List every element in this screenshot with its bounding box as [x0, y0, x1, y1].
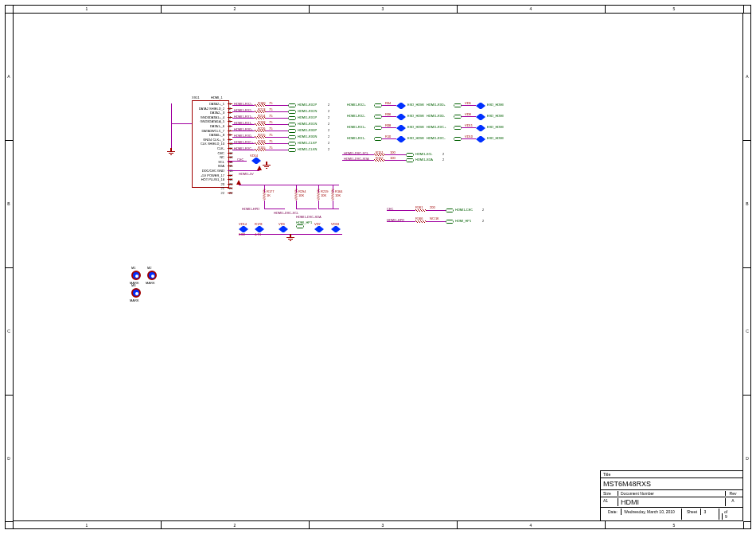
- net-label: HDMI1-DSC-SCL: [274, 211, 298, 215]
- port-label: HDMI1-RX0P: [298, 128, 317, 132]
- esd-label: ESD_HDMI: [487, 136, 504, 140]
- esd-label: ESD_HDMI: [407, 103, 424, 107]
- tb-size: A1: [603, 498, 618, 506]
- port-page: 2: [442, 158, 444, 162]
- res-val: 10K: [321, 193, 326, 197]
- mh-ref: M1: [131, 266, 136, 270]
- tvs-icon: [396, 114, 406, 120]
- offpage-port-icon: [288, 135, 296, 139]
- res-val: 10K: [298, 193, 304, 197]
- pin-name: CLK SHIELD_10: [201, 142, 224, 146]
- esd-label: ESD_HDMI: [487, 103, 504, 107]
- tvs-icon: [279, 226, 288, 232]
- tb-docnum-label: Document Number: [618, 491, 725, 496]
- pin-name: NC: [220, 155, 224, 159]
- tb-sheet: 3: [700, 509, 708, 515]
- port-label: HDMI1-RX2-: [347, 114, 365, 118]
- schematic-sheet: 1122334455AABBCCDD XS11 HDMI_1 DATA2+_11…: [0, 0, 756, 534]
- tvs-icon: [255, 226, 264, 232]
- pin-name: 22: [221, 191, 224, 195]
- port-label: HDMI1-CLKN: [298, 147, 317, 151]
- offpage-port-icon: [296, 224, 304, 228]
- tb-size-label: Size: [603, 491, 618, 496]
- pin-name: 20: [221, 182, 224, 186]
- port-label: HDMI1-RXC+: [427, 125, 446, 129]
- tvs-icon: [476, 114, 485, 120]
- ground-icon: [286, 234, 294, 240]
- pwr-net: HDMI1-5V: [239, 172, 254, 176]
- offpage-port-icon: [288, 142, 296, 146]
- tvs-ref: VD6: [465, 101, 471, 105]
- port-label: HDMI1-RX2P: [298, 103, 317, 107]
- net-label: HDMI1-HPD: [387, 218, 404, 222]
- net-label: HDMI1-DSC-SDA: [296, 215, 321, 219]
- tb-date-label: Date:: [606, 509, 620, 515]
- pin-name: +5V POWER_17: [201, 173, 224, 177]
- port-page: 2: [482, 208, 484, 212]
- tvs-icon: [331, 226, 341, 232]
- offpage-port-icon: [374, 103, 382, 107]
- pin-name: DATA1-_6: [210, 124, 224, 128]
- net-label: HDMI1-RX1+: [234, 115, 253, 119]
- port-page: 2: [328, 115, 329, 119]
- net-label: HDMI1-RX2+: [234, 102, 253, 106]
- net-label: HDMI1-RXC+: [234, 140, 254, 144]
- net-label: HDMI1-RX0+: [234, 127, 253, 131]
- res-ref: R151: [376, 150, 384, 154]
- net-label: HDMI1-RX1-: [234, 121, 252, 125]
- resistor-icon: [294, 189, 298, 201]
- port-label: HDMI1-RX2N: [298, 109, 317, 113]
- res-val: 1K: [267, 193, 271, 197]
- offpage-port-icon: [446, 220, 454, 224]
- esd-label: ESD_HDMI: [407, 114, 424, 118]
- port-page: 2: [328, 122, 329, 126]
- pin-name: DATA2 SHIELD_2: [199, 107, 224, 111]
- port-label: HDMI1-RX0N: [298, 134, 317, 138]
- port-label: HDMI_HP1: [455, 219, 471, 223]
- port-label: HDMI1-RX1N: [298, 122, 317, 126]
- ground-icon: [263, 162, 271, 168]
- pin-name: DATA2+_1: [209, 102, 224, 106]
- esd-label: ESD_HDMI: [407, 125, 424, 129]
- power-arrow-icon: [257, 166, 262, 170]
- port-page: 2: [482, 219, 484, 223]
- tvs-ref: R178: [255, 222, 263, 226]
- esd-label: ESD_HDMI: [407, 136, 424, 140]
- cec-net: CEC: [237, 158, 244, 162]
- pin-name: SCL: [218, 160, 224, 164]
- port-label: HDMI1-RXC-: [427, 136, 446, 140]
- offpage-port-icon: [374, 126, 382, 130]
- port-page: 2: [328, 109, 329, 113]
- pin-name: GND3DATA1A_5: [200, 119, 224, 123]
- net-label: HDMI1-RX2-: [234, 108, 252, 112]
- port-page: 2: [328, 134, 329, 138]
- tvs-ref: VD9: [279, 222, 285, 226]
- tvs-icon: [476, 103, 485, 109]
- tb-of: 9: [722, 513, 730, 520]
- tb-title-label: Title: [603, 472, 610, 477]
- tb-date: Wednesday, March 10, 2010: [621, 509, 676, 515]
- offpage-port-icon: [374, 137, 382, 141]
- tvs-icon: [396, 136, 406, 142]
- offpage-port-icon: [406, 153, 414, 157]
- offpage-port-icon: [454, 137, 462, 141]
- tvs-ref: R08: [385, 123, 391, 127]
- tvs-icon: [396, 103, 406, 109]
- offpage-port-icon: [374, 115, 382, 119]
- esd-label: ESD_HDMI: [487, 125, 504, 129]
- mh-ref: M3: [131, 283, 136, 287]
- port-page: 2: [328, 103, 329, 107]
- tb-title: MST6M48RXS: [600, 478, 743, 490]
- net-label: HDMI1-RXC-: [234, 146, 253, 150]
- res-ref: R166: [415, 216, 423, 220]
- tvs-ref: VD7: [314, 222, 321, 226]
- offpage-port-icon: [454, 115, 462, 119]
- tvs-icon: [396, 125, 406, 131]
- esd-label: ESD_HDMI: [487, 114, 504, 118]
- port-page: 2: [328, 147, 329, 151]
- conn-part: HDMI_1: [211, 95, 223, 99]
- offpage-port-icon: [446, 209, 454, 212]
- offpage-port-icon: [454, 126, 462, 130]
- resistor-icon: [255, 148, 266, 152]
- offpage-port-icon: [454, 103, 462, 107]
